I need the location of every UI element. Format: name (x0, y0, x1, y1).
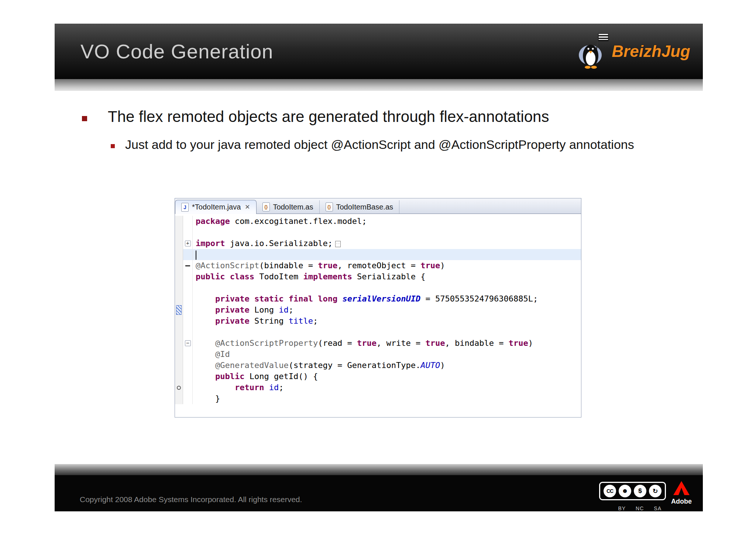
code-token: id (279, 305, 289, 314)
tab-close-icon[interactable]: ✕ (245, 203, 250, 211)
fold-column (183, 304, 193, 316)
fold-column (183, 227, 193, 238)
code-token: true (509, 338, 528, 348)
code-token (196, 372, 215, 381)
marker-column (175, 304, 183, 316)
breizhjug-logo: BreizhJug (578, 27, 690, 76)
adobe-logo: Adobe (668, 481, 695, 505)
code-token: return (235, 383, 264, 392)
code-token: com.excogitanet.flex.model; (230, 217, 367, 226)
actionscript-file-icon: {} (326, 202, 333, 211)
cc-license-labels: BYNCSA (618, 505, 662, 511)
code-token: private (215, 305, 250, 314)
code-line-text (193, 282, 581, 293)
code-token: ; (279, 383, 284, 392)
fold-column (183, 327, 193, 338)
code-token: ) (440, 361, 445, 370)
fold-column (183, 249, 193, 260)
marker-column (175, 249, 183, 260)
adobe-label: Adobe (668, 498, 695, 505)
code-token: ; (289, 305, 293, 314)
slide-header: VO Code Generation BreizhJug (55, 24, 703, 79)
selection-marker-icon (176, 305, 182, 315)
code-token (284, 294, 288, 303)
code-token: long (318, 294, 337, 303)
code-token: private (215, 316, 250, 326)
code-line: } (175, 393, 581, 404)
code-token (196, 338, 215, 348)
tab-label: TodoItemBase.as (336, 203, 394, 211)
folded-code-icon[interactable]: ·· (335, 241, 341, 247)
code-line-text: @GeneratedValue(strategy = GenerationTyp… (193, 360, 581, 371)
editor-code-area[interactable]: package com.excogitanet.flex.model;+impo… (175, 214, 581, 418)
bullet-sub-text: Just add to your java remoted object @Ac… (125, 137, 634, 152)
fold-collapse-icon[interactable]: − (185, 340, 191, 346)
cc-label: SA (654, 505, 662, 511)
code-line: private Long id; (175, 304, 581, 316)
code-token: ) (440, 261, 445, 270)
cc-nc-icon: $ (634, 485, 646, 497)
code-token: package (196, 217, 230, 226)
code-token: AUTO (420, 361, 440, 370)
code-line: public Long getId() { (175, 371, 581, 382)
code-token: java.io.Serializable; (225, 239, 332, 248)
code-token: true (426, 338, 445, 348)
marker-column (175, 316, 183, 327)
code-line-text: import java.io.Serializable;·· (193, 238, 581, 249)
editor-tab-bar: J*TodoItem.java✕{}TodoItem.as{}TodoItemB… (175, 198, 581, 214)
code-line: @ActionScript(bindable = true, remoteObj… (175, 260, 581, 271)
editor-tab[interactable]: {}TodoItemBase.as (320, 200, 400, 214)
code-line-text: @Id (193, 349, 581, 360)
code-token: public (215, 372, 244, 381)
marker-column (175, 327, 183, 338)
fold-column (183, 360, 193, 371)
fold-range-icon (185, 265, 190, 266)
code-token (196, 350, 215, 359)
slide-footer: Copyright 2008 Adobe Systems Incorporate… (55, 475, 703, 511)
page-title: VO Code Generation (80, 24, 273, 79)
code-line-text: @ActionScript(bindable = true, remoteObj… (193, 260, 581, 271)
code-line: @Id (175, 349, 581, 360)
bullet-square-icon (111, 144, 115, 148)
java-file-icon: J (181, 203, 189, 212)
bullet-square-icon (82, 116, 87, 121)
cc-label: BY (618, 505, 626, 511)
fold-column (183, 282, 193, 293)
code-token: String (250, 316, 289, 326)
code-line-text: public class TodoItem implements Seriali… (193, 271, 581, 282)
code-line-text: private String title; (193, 316, 581, 327)
code-token: class (230, 272, 254, 281)
code-line-text: } (193, 393, 581, 404)
code-token: = 5750553524796306885L; (420, 294, 538, 303)
fold-column (183, 293, 193, 304)
code-line: +import java.io.Serializable;·· (175, 238, 581, 249)
cc-sa-icon: ↻ (649, 485, 662, 497)
marker-column (175, 360, 183, 371)
code-line-text: return id; (193, 382, 581, 393)
fold-expand-icon[interactable]: + (185, 241, 191, 246)
code-token: , bindable = (445, 338, 509, 348)
header-divider-strip (55, 79, 703, 91)
bullet-main: The flex remoted objects are generated t… (82, 108, 549, 126)
marker-column (175, 238, 183, 249)
code-token: Serializable { (352, 272, 426, 281)
editor-tab[interactable]: J*TodoItem.java✕ (175, 200, 257, 214)
cc-license-badge: CC☻$↻ (599, 482, 666, 500)
code-token: import (196, 239, 225, 248)
editor-tab[interactable]: {}TodoItem.as (257, 200, 320, 214)
marker-column (175, 371, 183, 382)
code-token: , remoteObject = (337, 261, 420, 270)
code-line-text: public Long getId() { (193, 371, 581, 382)
marker-column (175, 349, 183, 360)
adobe-a-icon (673, 481, 690, 495)
fold-column (183, 260, 193, 271)
code-token: (read = (318, 338, 357, 348)
marker-column (175, 293, 183, 304)
code-line: private static final long serialVersionU… (175, 293, 581, 304)
code-token (196, 294, 215, 303)
code-line (175, 249, 581, 260)
fold-column (183, 271, 193, 282)
text-cursor (196, 251, 196, 260)
marker-column (175, 216, 183, 227)
marker-column (175, 260, 183, 271)
